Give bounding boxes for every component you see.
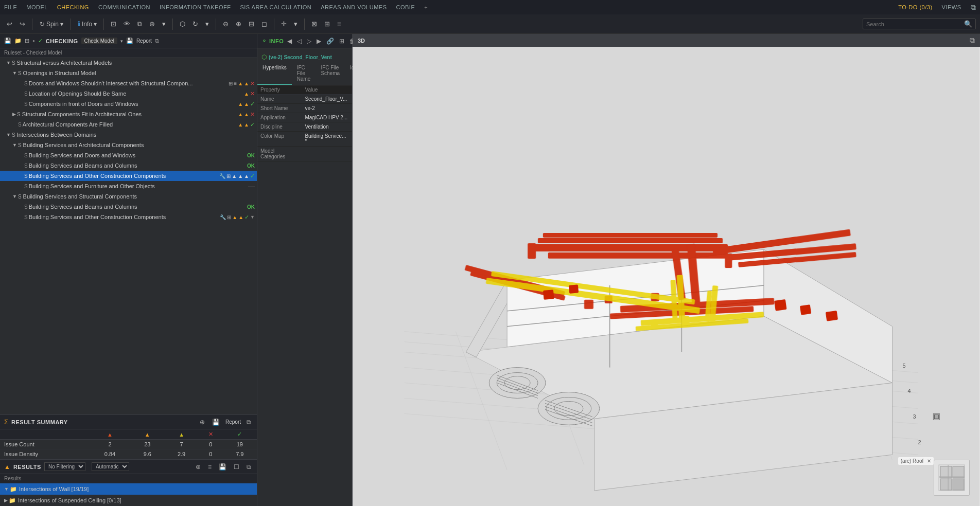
report-label[interactable]: Report xyxy=(136,38,152,44)
tree-row[interactable]: S Location of Openings Should Be Same ▲ … xyxy=(0,88,257,99)
svg-rect-50 xyxy=(528,243,536,259)
tree-row[interactable]: S Components in front of Doors and Windo… xyxy=(0,99,257,109)
result-expand-icon[interactable]: ▼ xyxy=(4,486,9,492)
results-panel: ▲ RESULTS No Filtering Automatic ⊕ ≡ 💾 ☐… xyxy=(0,460,257,506)
arr2-btn[interactable]: ▾ xyxy=(203,19,212,29)
svg-text:5: 5 xyxy=(903,363,906,369)
info-link-btn[interactable]: 🔗 xyxy=(325,37,336,45)
tree-row[interactable]: ▼ S Openings in Structural Model xyxy=(0,68,257,78)
check-model-label[interactable]: Check Model xyxy=(81,38,117,44)
summary-expand-btn[interactable]: ⧉ xyxy=(245,418,253,426)
filter-btn[interactable]: ⧉ xyxy=(135,19,145,29)
menu-communication[interactable]: COMMUNICATION xyxy=(98,4,150,10)
checking-save-icon[interactable]: 💾 xyxy=(4,38,11,44)
tree-row[interactable]: S Building Services and Doors and Window… xyxy=(0,150,257,160)
views-button[interactable]: VIEWS xyxy=(942,4,961,10)
expand-icon[interactable]: ▼ xyxy=(12,70,17,76)
menu-plus[interactable]: + xyxy=(424,4,428,10)
tree-row[interactable]: ▶ S Structural Components Fit in Archite… xyxy=(0,109,257,119)
results-expand-btn[interactable]: ⧉ xyxy=(245,463,253,471)
zoom-fit-btn[interactable]: ⊟ xyxy=(246,19,257,29)
cube-btn[interactable]: ⬡ xyxy=(177,19,188,29)
results-title: RESULTS xyxy=(13,464,41,470)
eye-btn[interactable]: 👁 xyxy=(121,19,133,29)
measure-arr-btn[interactable]: ▾ xyxy=(291,19,300,29)
val-header: Value xyxy=(302,85,352,95)
rotate-btn[interactable]: ↻ xyxy=(190,19,201,29)
viewport-expand-btn[interactable]: ⧉ xyxy=(970,36,975,45)
result-item[interactable]: ▶ 📁 Intersections of Suspended Ceiling [… xyxy=(0,495,257,506)
tree-row[interactable]: ▼ S Intersections Between Domains xyxy=(0,130,257,140)
select-btn[interactable]: ⊡ xyxy=(108,19,119,29)
layers-btn[interactable]: ≡ xyxy=(335,19,344,29)
menu-info-takeoff[interactable]: INFORMATION TAKEOFF xyxy=(160,4,231,10)
info-nav-left2[interactable]: ◁ xyxy=(295,37,303,45)
slice-btn[interactable]: ⊠ xyxy=(309,19,320,29)
col-ok: ✓ xyxy=(223,429,257,440)
results-save-btn[interactable]: 💾 xyxy=(217,463,228,471)
tree-row[interactable]: S Building Services and Other Constructi… xyxy=(0,212,257,222)
spin-button[interactable]: ↻ Spin ▾ xyxy=(37,20,66,29)
cursor-btn[interactable]: ⊕ xyxy=(147,19,157,29)
viewport[interactable]: 3D ⧉ xyxy=(353,34,980,506)
expand-icon[interactable]: ▼ xyxy=(12,194,17,199)
tree-row[interactable]: S Building Services and Beams and Column… xyxy=(0,160,257,171)
info-nav-left[interactable]: ◀ xyxy=(286,37,293,45)
todo-button[interactable]: TO-DO (0/3) xyxy=(898,4,932,10)
tree-row[interactable]: S Building Services and Other Constructi… xyxy=(0,171,257,181)
summary-report-label[interactable]: Report xyxy=(225,419,241,425)
menu-checking[interactable]: CHECKING xyxy=(57,4,89,10)
menu-areas[interactable]: AREAS AND VOLUMES xyxy=(321,4,387,10)
checking-title: CHECKING xyxy=(46,38,78,44)
info-copy-btn[interactable]: ⊞ xyxy=(338,37,346,45)
tree-row[interactable]: S Doors and Windows Shouldn't Intersect … xyxy=(0,78,257,88)
report-expand[interactable]: ⧉ xyxy=(155,38,159,44)
window-icon[interactable]: ⧉ xyxy=(971,3,976,12)
close-roof-icon[interactable]: ✕ xyxy=(927,458,931,464)
zoom-1-btn[interactable]: ◻ xyxy=(259,19,270,29)
tree-row[interactable]: ▼ S Structural versus Architectural Mode… xyxy=(0,58,257,68)
summary-link-btn[interactable]: ⊕ xyxy=(198,418,206,426)
info-button[interactable]: ℹ Info ▾ xyxy=(75,19,99,29)
expand-icon[interactable]: ▼ xyxy=(6,60,11,65)
info-nav-right2[interactable]: ▷ xyxy=(305,37,313,45)
toolbar: ↩ ↪ ↻ Spin ▾ ℹ Info ▾ ⊡ 👁 ⧉ ⊕ ▾ ⬡ ↻ ▾ ⊖ … xyxy=(0,14,980,34)
redo-button[interactable]: ↪ xyxy=(17,19,28,29)
zoom-out-btn[interactable]: ⊖ xyxy=(220,19,231,29)
results-link-btn[interactable]: ⊕ xyxy=(194,463,202,471)
tree-row[interactable]: ▼ S Building Services and Structural Com… xyxy=(0,191,257,202)
menu-cobie[interactable]: COBIE xyxy=(396,4,415,10)
tab-hyperlinks[interactable]: Hyperlinks xyxy=(257,63,292,85)
tree-row[interactable]: S Building Services and Furniture and Ot… xyxy=(0,181,257,191)
results-clear-btn[interactable]: ☐ xyxy=(232,463,241,471)
check-model-arr[interactable]: ▾ xyxy=(120,39,123,44)
tree-row[interactable]: S Architectural Components Are Filled ▲ … xyxy=(0,119,257,130)
tree-row[interactable]: ▼ S Building Services and Architectural … xyxy=(0,140,257,150)
tree-row[interactable]: S Building Services and Beams and Column… xyxy=(0,202,257,212)
menu-sis[interactable]: SIS AREA CALCULATION xyxy=(240,4,311,10)
result-expand-icon[interactable]: ▶ xyxy=(4,498,8,503)
expand-icon[interactable]: ▶ xyxy=(12,112,16,117)
menu-model[interactable]: MODEL xyxy=(26,4,48,10)
menu-file[interactable]: FILE xyxy=(4,4,17,10)
checking-folder-icon[interactable]: 📁 xyxy=(14,38,22,44)
search-input[interactable] xyxy=(866,21,964,27)
zoom-in-btn[interactable]: ⊕ xyxy=(233,19,244,29)
summary-save-btn[interactable]: 💾 xyxy=(211,418,221,426)
measure-btn[interactable]: ✛ xyxy=(278,19,289,29)
undo-button[interactable]: ↩ xyxy=(4,19,15,29)
save-icon2[interactable]: 💾 xyxy=(126,38,133,44)
filter-dropdown[interactable]: No Filtering xyxy=(44,462,85,471)
result-item[interactable]: ▼ 📁 Intersections of Wall [19/19] xyxy=(0,483,257,495)
svg-rect-79 xyxy=(940,479,952,490)
tab-ifc-name[interactable]: IFC File Name xyxy=(292,63,316,85)
arr-btn[interactable]: ▾ xyxy=(160,19,168,29)
info-nav-right[interactable]: ▶ xyxy=(315,37,323,45)
tab-ifc-schema[interactable]: IFC File Schema xyxy=(316,63,345,85)
expand-icon[interactable]: ▼ xyxy=(12,142,17,148)
warn-icon1: ▲ xyxy=(238,112,243,117)
auto-dropdown[interactable]: Automatic xyxy=(92,462,129,471)
map-btn[interactable]: ⊞ xyxy=(322,19,332,29)
results-list-btn[interactable]: ≡ xyxy=(206,463,213,471)
expand-icon[interactable]: ▼ xyxy=(6,132,11,137)
